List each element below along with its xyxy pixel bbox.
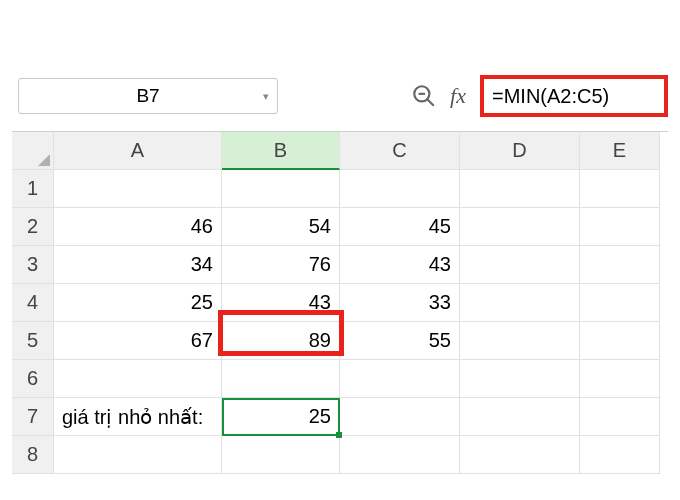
cell-C4[interactable]: 33 — [340, 284, 460, 322]
cell-B6[interactable] — [222, 360, 340, 398]
cell-D6[interactable] — [460, 360, 580, 398]
cell-B1[interactable] — [222, 170, 340, 208]
cell-A7[interactable]: giá trị nhỏ nhất: — [54, 398, 222, 436]
cell-A3[interactable]: 34 — [54, 246, 222, 284]
cell-A5[interactable]: 67 — [54, 322, 222, 360]
col-header-E[interactable]: E — [580, 132, 660, 170]
row-header-5[interactable]: 5 — [12, 322, 54, 360]
col-header-B[interactable]: B — [222, 132, 340, 170]
formula-text: =MIN(A2:C5) — [492, 85, 609, 108]
fx-label[interactable]: fx — [450, 83, 466, 109]
row-header-7[interactable]: 7 — [12, 398, 54, 436]
cell-D5[interactable] — [460, 322, 580, 360]
cell-E2[interactable] — [580, 208, 660, 246]
row-header-3[interactable]: 3 — [12, 246, 54, 284]
row-header-1[interactable]: 1 — [12, 170, 54, 208]
row-header-6[interactable]: 6 — [12, 360, 54, 398]
cell-A8[interactable] — [54, 436, 222, 474]
row-header-4[interactable]: 4 — [12, 284, 54, 322]
cell-D2[interactable] — [460, 208, 580, 246]
cell-B4[interactable]: 43 — [222, 284, 340, 322]
cell-B8[interactable] — [222, 436, 340, 474]
row-header-2[interactable]: 2 — [12, 208, 54, 246]
name-box-value: B7 — [136, 85, 159, 107]
cell-B5[interactable]: 89 — [222, 322, 340, 360]
cell-A4[interactable]: 25 — [54, 284, 222, 322]
cell-B3[interactable]: 76 — [222, 246, 340, 284]
col-header-C[interactable]: C — [340, 132, 460, 170]
cell-D1[interactable] — [460, 170, 580, 208]
cell-A6[interactable] — [54, 360, 222, 398]
cell-A1[interactable] — [54, 170, 222, 208]
cell-D7[interactable] — [460, 398, 580, 436]
dropdown-icon[interactable]: ▾ — [263, 90, 269, 103]
cell-C7[interactable] — [340, 398, 460, 436]
formula-input[interactable]: =MIN(A2:C5) — [480, 75, 668, 117]
cell-E6[interactable] — [580, 360, 660, 398]
cell-E1[interactable] — [580, 170, 660, 208]
cell-E7[interactable] — [580, 398, 660, 436]
cell-C8[interactable] — [340, 436, 460, 474]
cell-C2[interactable]: 45 — [340, 208, 460, 246]
cell-C3[interactable]: 43 — [340, 246, 460, 284]
col-header-A[interactable]: A — [54, 132, 222, 170]
cell-E3[interactable] — [580, 246, 660, 284]
spreadsheet-grid[interactable]: A B C D E 1 2 46 54 45 3 34 76 43 4 25 4… — [12, 131, 668, 474]
cell-A2[interactable]: 46 — [54, 208, 222, 246]
name-box[interactable]: B7 ▾ — [18, 78, 278, 114]
cell-B7[interactable]: 25 — [222, 398, 340, 436]
select-all-corner[interactable] — [12, 132, 54, 170]
cell-E4[interactable] — [580, 284, 660, 322]
cell-E5[interactable] — [580, 322, 660, 360]
cell-D4[interactable] — [460, 284, 580, 322]
cell-C6[interactable] — [340, 360, 460, 398]
cell-D8[interactable] — [460, 436, 580, 474]
cell-C1[interactable] — [340, 170, 460, 208]
cell-D3[interactable] — [460, 246, 580, 284]
cell-E8[interactable] — [580, 436, 660, 474]
cell-B2[interactable]: 54 — [222, 208, 340, 246]
cell-C5[interactable]: 55 — [340, 322, 460, 360]
formula-bar: B7 ▾ fx =MIN(A2:C5) — [12, 40, 668, 131]
zoom-icon[interactable] — [408, 80, 440, 112]
col-header-D[interactable]: D — [460, 132, 580, 170]
svg-line-1 — [427, 99, 434, 106]
row-header-8[interactable]: 8 — [12, 436, 54, 474]
